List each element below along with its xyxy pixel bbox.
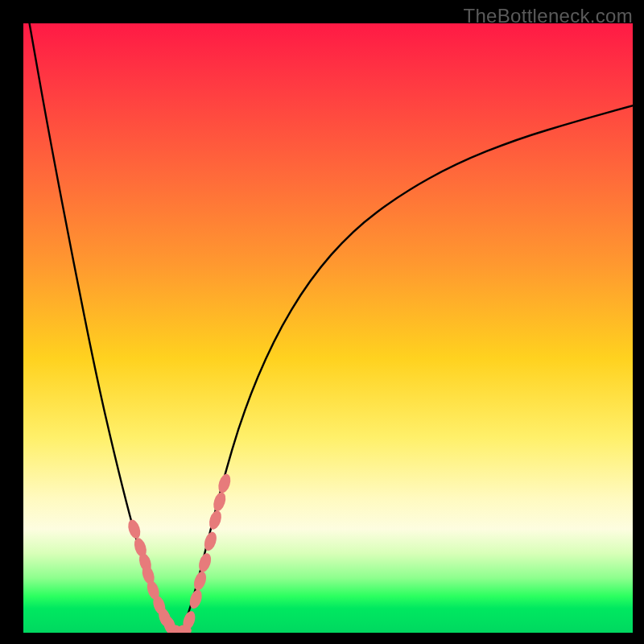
curve-left-branch (30, 23, 179, 633)
curve-marker (217, 473, 233, 494)
curve-marker (192, 570, 208, 592)
curve-marker (202, 530, 218, 552)
curve-marker (212, 491, 228, 513)
curve-layer (23, 23, 633, 633)
curve-right-branch (182, 105, 633, 633)
curve-marker (207, 509, 223, 530)
watermark-text: TheBottleneck.com (463, 5, 633, 27)
chart-frame: TheBottleneck.com (0, 0, 644, 644)
curve-marker (126, 518, 142, 540)
plot-area (23, 23, 633, 633)
curve-marker (196, 551, 213, 573)
